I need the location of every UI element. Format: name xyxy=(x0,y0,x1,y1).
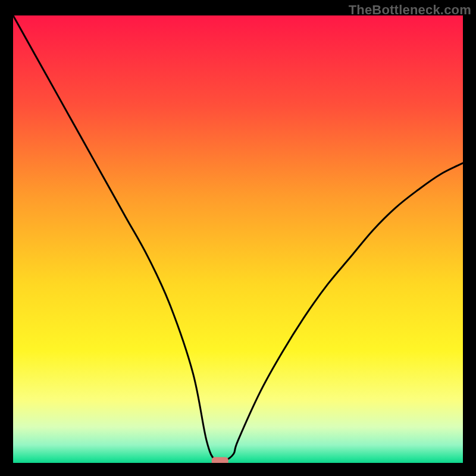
bottleneck-chart xyxy=(13,15,463,463)
optimum-marker xyxy=(212,457,228,463)
chart-background xyxy=(13,15,463,463)
chart-container: TheBottleneck.com xyxy=(0,0,476,476)
watermark-label: TheBottleneck.com xyxy=(349,2,471,18)
